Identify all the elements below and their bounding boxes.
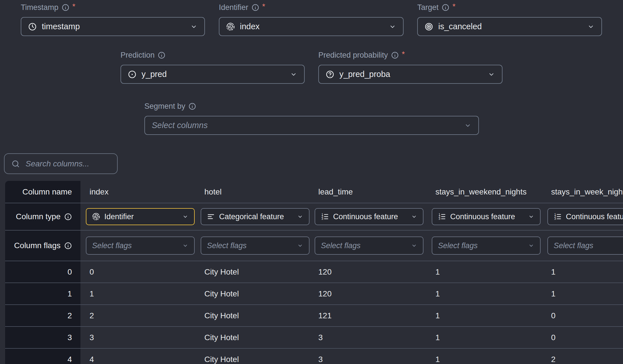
row-header-text: Column flags [14,241,61,250]
list-ordered-icon: 123 [321,213,329,221]
column-type-value: Continuous feature [333,212,398,221]
column-flags-select-lead_time[interactable]: Select flags [315,237,423,255]
required-asterisk: * [452,2,456,11]
data-cell-hotel: City Hotel [195,327,309,348]
predicted-probability-select[interactable]: y_pred_proba [318,65,502,84]
chevron-down-icon [290,71,297,78]
chevron-down-icon [411,214,417,220]
cell-value: 2 [551,355,556,364]
field-label-text: Timestamp [21,3,59,12]
cell-value: 3 [318,333,323,342]
align-left-icon [207,213,215,221]
svg-text:3: 3 [554,217,556,220]
column-name-text: stays_in_weekend_nights [435,187,527,196]
data-cell-lead_time: 121 [309,305,426,326]
cell-value: 1 [435,267,440,277]
data-cell-index: 1 [80,283,195,304]
chevron-down-icon [411,214,417,220]
column-type-select-stays_in_week_nights[interactable]: 123Continuous feature [547,208,623,225]
data-cell-index: 3 [80,327,195,348]
list-ordered-icon: 123 [438,213,446,221]
cell-value: City Hotel [204,311,239,320]
column-flags-select-stays_in_week_nights[interactable]: Select flags [547,237,623,255]
chevron-down-icon [182,214,188,220]
cell-value: 1 [435,355,440,364]
column-flags-cell-hotel: Select flags [195,231,309,261]
timestamp-select[interactable]: timestamp [21,17,205,36]
target-selected-value: is_canceled [438,22,482,31]
column-type-select-lead_time[interactable]: 123Continuous feature [315,208,423,225]
chevron-down-icon [464,122,472,129]
timestamp-selected-value: timestamp [42,22,80,31]
row-index-text: 0 [67,267,72,277]
search-columns-input[interactable] [25,159,110,169]
chevron-down-icon [297,214,303,220]
cell-value: 120 [318,289,332,298]
row-index-text: 4 [67,355,72,364]
cell-value: 1 [90,289,94,298]
chevron-down-icon [488,71,495,78]
cell-value: 3 [90,333,94,342]
column-name-row-header: Column name [5,181,80,203]
column-type-select-index[interactable]: Identifier [86,208,195,225]
data-cell-hotel: City Hotel [195,261,309,283]
info-icon [64,242,72,250]
list-ordered-icon: 123 [438,213,446,221]
column-type-select-hotel[interactable]: Categorical feature [201,208,310,225]
fingerprint-icon [226,22,235,31]
column-header-lead_time: lead_time [309,181,426,203]
data-cell-stays_in_week_nights: 0 [542,305,623,326]
cell-value: 1 [435,289,440,298]
info-icon [62,4,69,11]
fingerprint-icon [92,213,100,221]
row-header-text: Column name [22,187,72,196]
cell-value: 1 [551,267,556,277]
chevron-down-icon [528,214,534,220]
search-columns-box[interactable] [4,153,118,174]
chevron-down-icon [297,242,303,249]
column-type-value: Continuous feature [566,212,623,221]
row-index-text: 1 [67,289,72,298]
info-icon [252,4,259,11]
info-icon [188,102,196,110]
segment-by-select[interactable]: Select columns [144,116,479,135]
prediction-field: Prediction y_pred [121,50,305,84]
column-type-select-stays_in_weekend_nights[interactable]: 123Continuous feature [432,208,541,225]
column-name-text: lead_time [318,187,353,196]
required-asterisk: * [72,2,76,11]
data-cell-index: 2 [80,305,195,326]
list-ordered-icon: 123 [554,213,562,221]
row-index-label: 0 [5,261,80,283]
column-type-cell-stays_in_week_nights: 123Continuous feature [542,203,623,230]
info-icon [391,51,399,59]
chevron-down-icon [528,242,534,249]
cell-value: 1 [435,311,440,320]
chevron-down-icon [411,242,417,249]
target-select[interactable]: is_canceled [417,17,602,36]
column-type-value: Continuous feature [450,212,515,221]
data-cell-stays_in_weekend_nights: 1 [426,349,542,364]
prediction-select[interactable]: y_pred [121,65,305,84]
segment-by-placeholder: Select columns [152,121,208,130]
fingerprint-icon [226,22,235,31]
row-index-label: 3 [5,327,80,348]
field-label-text: Predicted probability [318,51,388,60]
column-type-cell-hotel: Categorical feature [195,203,309,230]
column-flags-select-index[interactable]: Select flags [86,237,195,255]
row-header-text: Column type [16,212,61,221]
identifier-select[interactable]: index [219,17,404,36]
data-cell-index: 4 [80,349,195,364]
flags-placeholder: Select flags [438,241,478,250]
info-icon [62,4,69,11]
table-row-3: 33City Hotel310 [5,327,623,349]
chevron-down-icon [464,122,472,129]
info-icon [442,4,449,11]
chevron-down-icon [182,242,188,249]
target-label: Target * [417,2,602,12]
column-flags-select-stays_in_weekend_nights[interactable]: Select flags [432,237,541,255]
cell-value: 0 [551,311,556,320]
row-index-text: 3 [67,333,72,342]
data-cell-lead_time: 120 [309,283,426,304]
column-flags-select-hotel[interactable]: Select flags [201,237,310,255]
clock-icon [28,22,37,31]
